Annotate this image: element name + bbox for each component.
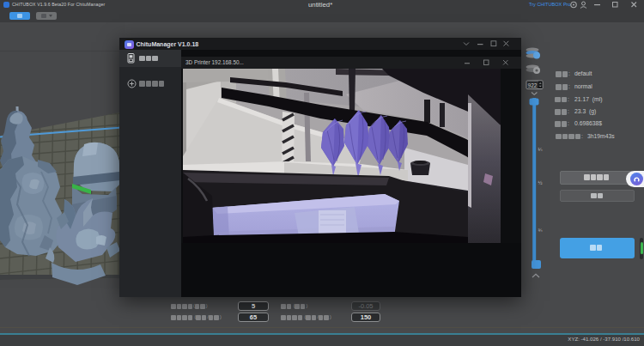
svg-text:¼: ¼ [538, 147, 544, 152]
svg-text:½: ½ [538, 180, 543, 185]
svg-text:922: 922 [528, 82, 538, 88]
svg-text:¾: ¾ [538, 228, 544, 233]
